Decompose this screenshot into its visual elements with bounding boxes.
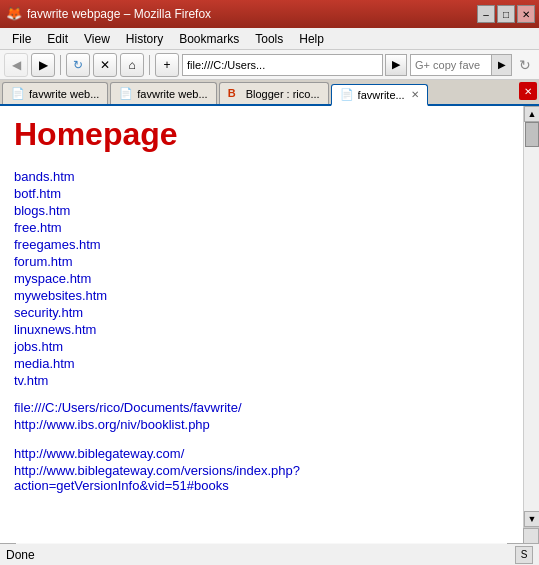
link-linuxnews[interactable]: linuxnews.htm bbox=[14, 322, 96, 337]
list-item: tv.htm bbox=[14, 373, 503, 388]
maximize-button[interactable]: □ bbox=[497, 5, 515, 23]
browser-icon: 🦊 bbox=[6, 6, 22, 22]
stop-button[interactable]: ✕ bbox=[93, 53, 117, 77]
link-jobs[interactable]: jobs.htm bbox=[14, 339, 63, 354]
link-tv[interactable]: tv.htm bbox=[14, 373, 48, 388]
menu-history[interactable]: History bbox=[118, 28, 171, 49]
forward-button[interactable]: ▶ bbox=[31, 53, 55, 77]
toolbar: ◀ ▶ ↻ ✕ ⌂ + ▶ ▶ ↻ bbox=[0, 50, 539, 80]
list-item: free.htm bbox=[14, 220, 503, 235]
link-list: bands.htm botf.htm blogs.htm free.htm fr… bbox=[14, 169, 503, 388]
tab-label-2: favwrite web... bbox=[137, 88, 207, 100]
refresh-icon[interactable]: ↻ bbox=[515, 55, 535, 75]
title-bar-left: 🦊 favwrite webpage – Mozilla Firefox bbox=[6, 6, 211, 22]
vertical-scrollbar[interactable]: ▲ ▼ bbox=[523, 106, 539, 527]
list-item: media.htm bbox=[14, 356, 503, 371]
url-item-1: file:///C:/Users/rico/Documents/favwrite… bbox=[14, 400, 503, 415]
list-item: bands.htm bbox=[14, 169, 503, 184]
tab-favicon-3: B bbox=[228, 87, 242, 101]
scroll-corner bbox=[523, 528, 539, 544]
link-freegames[interactable]: freegames.htm bbox=[14, 237, 101, 252]
window-controls[interactable]: – □ ✕ bbox=[477, 5, 535, 23]
list-item: myspace.htm bbox=[14, 271, 503, 286]
toolbar-sep-2 bbox=[149, 55, 150, 75]
tab-2[interactable]: 📄 favwrite web... bbox=[110, 82, 216, 104]
list-item: security.htm bbox=[14, 305, 503, 320]
list-item: forum.htm bbox=[14, 254, 503, 269]
menu-help[interactable]: Help bbox=[291, 28, 332, 49]
tab-4[interactable]: 📄 favwrite... ✕ bbox=[331, 84, 428, 106]
status-bar: Done S bbox=[0, 543, 539, 565]
title-bar: 🦊 favwrite webpage – Mozilla Firefox – □… bbox=[0, 0, 539, 28]
scroll-up-button[interactable]: ▲ bbox=[524, 106, 539, 122]
url-item-4: http://www.biblegateway.com/versions/ind… bbox=[14, 463, 503, 493]
link-forum[interactable]: forum.htm bbox=[14, 254, 73, 269]
minimize-button[interactable]: – bbox=[477, 5, 495, 23]
status-text: Done bbox=[6, 548, 35, 562]
url-item-2: http://www.ibs.org/niv/booklist.php bbox=[14, 417, 503, 432]
link-mywebsites[interactable]: mywebsites.htm bbox=[14, 288, 107, 303]
tab-favicon-1: 📄 bbox=[11, 87, 25, 101]
add-page-button[interactable]: + bbox=[155, 53, 179, 77]
link-media[interactable]: media.htm bbox=[14, 356, 75, 371]
scroll-thumb[interactable] bbox=[525, 122, 539, 147]
url-item-3: http://www.biblegateway.com/ bbox=[14, 446, 503, 461]
window-title: favwrite webpage – Mozilla Firefox bbox=[27, 7, 211, 21]
page-content: Homepage bands.htm botf.htm blogs.htm fr… bbox=[0, 106, 523, 543]
url-link-2[interactable]: http://www.ibs.org/niv/booklist.php bbox=[14, 417, 210, 432]
tab-1[interactable]: 📄 favwrite web... bbox=[2, 82, 108, 104]
address-bar: ▶ bbox=[182, 54, 407, 76]
url-list: file:///C:/Users/rico/Documents/favwrite… bbox=[14, 400, 503, 493]
link-bands[interactable]: bands.htm bbox=[14, 169, 75, 184]
reload-button[interactable]: ↻ bbox=[66, 53, 90, 77]
home-button[interactable]: ⌂ bbox=[120, 53, 144, 77]
scroll-down-button[interactable]: ▼ bbox=[524, 511, 539, 527]
menu-bar: File Edit View History Bookmarks Tools H… bbox=[0, 28, 539, 50]
menu-bookmarks[interactable]: Bookmarks bbox=[171, 28, 247, 49]
link-blogs[interactable]: blogs.htm bbox=[14, 203, 70, 218]
list-item: botf.htm bbox=[14, 186, 503, 201]
search-bar: ▶ bbox=[410, 54, 512, 76]
list-item: linuxnews.htm bbox=[14, 322, 503, 337]
close-button[interactable]: ✕ bbox=[517, 5, 535, 23]
list-item: mywebsites.htm bbox=[14, 288, 503, 303]
status-icon: S bbox=[515, 546, 533, 564]
menu-edit[interactable]: Edit bbox=[39, 28, 76, 49]
tab-label-1: favwrite web... bbox=[29, 88, 99, 100]
link-myspace[interactable]: myspace.htm bbox=[14, 271, 91, 286]
address-input[interactable] bbox=[182, 54, 383, 76]
search-input[interactable] bbox=[411, 55, 491, 75]
link-botf[interactable]: botf.htm bbox=[14, 186, 61, 201]
tab-3[interactable]: B Blogger : rico... bbox=[219, 82, 329, 104]
menu-tools[interactable]: Tools bbox=[247, 28, 291, 49]
close-all-tabs-button[interactable]: ✕ bbox=[519, 82, 537, 100]
url-spacer bbox=[14, 434, 503, 444]
tab-favicon-4: 📄 bbox=[340, 88, 354, 102]
list-item: blogs.htm bbox=[14, 203, 503, 218]
tab-favicon-2: 📄 bbox=[119, 87, 133, 101]
tab-label-4: favwrite... bbox=[358, 89, 405, 101]
url-link-3[interactable]: http://www.biblegateway.com/ bbox=[14, 446, 184, 461]
link-security[interactable]: security.htm bbox=[14, 305, 83, 320]
tab-label-3: Blogger : rico... bbox=[246, 88, 320, 100]
tabs-bar: 📄 favwrite web... 📄 favwrite web... B Bl… bbox=[0, 80, 539, 106]
link-free[interactable]: free.htm bbox=[14, 220, 62, 235]
menu-file[interactable]: File bbox=[4, 28, 39, 49]
content-area: Homepage bands.htm botf.htm blogs.htm fr… bbox=[0, 106, 539, 527]
toolbar-sep-1 bbox=[60, 55, 61, 75]
url-link-4[interactable]: http://www.biblegateway.com/versions/ind… bbox=[14, 463, 300, 493]
tab-close-4[interactable]: ✕ bbox=[411, 89, 419, 100]
go-button[interactable]: ▶ bbox=[385, 54, 407, 76]
list-item: freegames.htm bbox=[14, 237, 503, 252]
list-item: jobs.htm bbox=[14, 339, 503, 354]
page-title: Homepage bbox=[14, 116, 503, 153]
menu-view[interactable]: View bbox=[76, 28, 118, 49]
url-link-1[interactable]: file:///C:/Users/rico/Documents/favwrite… bbox=[14, 400, 242, 415]
search-go-button[interactable]: ▶ bbox=[491, 55, 511, 75]
back-button[interactable]: ◀ bbox=[4, 53, 28, 77]
